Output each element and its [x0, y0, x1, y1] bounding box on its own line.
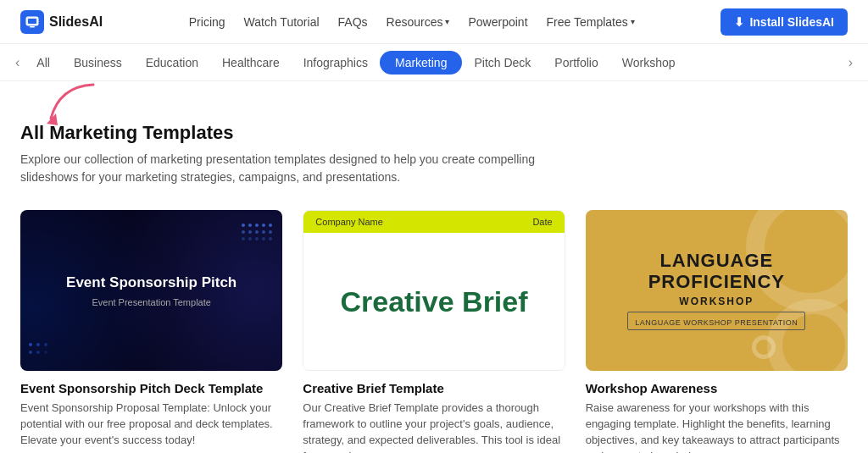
nav-watch-tutorial[interactable]: Watch Tutorial	[244, 15, 320, 29]
cat-item-marketing[interactable]: Marketing	[380, 51, 462, 75]
nav-faqs[interactable]: FAQs	[338, 15, 368, 29]
logo-text: SlidesAI	[49, 14, 103, 30]
cat-item-portfolio[interactable]: Portfolio	[542, 51, 609, 75]
arrow-area	[0, 81, 868, 130]
card-3-sub2: LANGUAGE WORKSHOP PRESENTATION	[627, 312, 805, 330]
page-description: Explore our collection of marketing pres…	[20, 151, 563, 186]
card-3-subtitle: WORKSHOP	[627, 296, 805, 307]
main-content: All Marketing Templates Explore our coll…	[0, 122, 868, 453]
card-creative-brief[interactable]: Company Name Date Creative Brief Creativ…	[303, 210, 565, 453]
header: SlidesAI Pricing Watch Tutorial FAQs Res…	[0, 0, 868, 44]
cards-grid: Event Sponsorship Pitch Event Presentati…	[20, 210, 848, 453]
card-3-title-line1: LANGUAGE	[659, 250, 773, 271]
cat-item-infographics[interactable]: Infographics	[292, 51, 380, 75]
cat-item-healthcare[interactable]: Healthcare	[210, 51, 292, 75]
card-1-desc: Event Sponsorship Proposal Template: Unl…	[20, 401, 282, 449]
card-2-title: Creative Brief Template	[303, 381, 565, 395]
download-icon: ⬇	[734, 15, 744, 29]
card-2-thumbnail: Company Name Date Creative Brief	[303, 210, 565, 371]
chevron-down-icon: ▾	[445, 17, 449, 26]
nav-resources[interactable]: Resources ▾	[387, 15, 450, 29]
card-2-thumb-body: Creative Brief	[303, 233, 564, 370]
cat-item-education[interactable]: Education	[134, 51, 210, 75]
card-3-title-line2: PROFICIENCY	[648, 271, 785, 292]
card-2-main-text: Creative Brief	[340, 287, 527, 316]
cat-item-workshop[interactable]: Workshop	[610, 51, 687, 75]
card-event-sponsorship[interactable]: Event Sponsorship Pitch Event Presentati…	[20, 210, 282, 453]
main-nav: Pricing Watch Tutorial FAQs Resources ▾ …	[189, 15, 635, 29]
nav-free-templates[interactable]: Free Templates ▾	[547, 15, 635, 29]
svg-rect-3	[30, 26, 35, 28]
card-3-title: Workshop Awareness	[586, 381, 848, 395]
category-list: All Business Education Healthcare Infogr…	[25, 51, 843, 75]
svg-rect-2	[28, 19, 36, 24]
install-button[interactable]: ⬇ Install SlidesAI	[721, 8, 848, 36]
card-1-title: Event Sponsorship Pitch Deck Template	[20, 381, 282, 395]
circle-small	[752, 335, 776, 359]
card-2-company-label: Company Name	[315, 217, 382, 227]
cat-nav-next[interactable]: ›	[843, 55, 858, 70]
nav-pricing[interactable]: Pricing	[189, 15, 225, 29]
card-2-thumb-header: Company Name Date	[303, 211, 564, 233]
cat-nav-prev[interactable]: ‹	[10, 55, 25, 70]
category-nav: ‹ All Business Education Healthcare Info…	[0, 44, 868, 81]
card-1-thumb-text: Event Sponsorship Pitch Event Presentati…	[66, 273, 236, 307]
cat-item-business[interactable]: Business	[62, 51, 134, 75]
card-3-thumbnail: LANGUAGE PROFICIENCY WORKSHOP LANGUAGE W…	[586, 210, 848, 371]
logo[interactable]: SlidesAI	[20, 10, 103, 34]
card-2-desc: Our Creative Brief Template provides a t…	[303, 401, 565, 453]
card-2-date-label: Date	[532, 217, 552, 227]
logo-icon	[20, 10, 44, 34]
dot-grid-left	[29, 343, 47, 354]
pink-arrow-icon	[42, 78, 119, 127]
card-3-thumb-text: LANGUAGE PROFICIENCY WORKSHOP LANGUAGE W…	[610, 251, 822, 329]
slides-icon	[25, 14, 40, 30]
card-workshop-awareness[interactable]: LANGUAGE PROFICIENCY WORKSHOP LANGUAGE W…	[586, 210, 848, 453]
cat-item-all[interactable]: All	[25, 51, 62, 75]
card-1-thumbnail: Event Sponsorship Pitch Event Presentati…	[20, 210, 282, 371]
cat-item-pitch-deck[interactable]: Pitch Deck	[462, 51, 542, 75]
nav-powerpoint[interactable]: Powerpoint	[468, 15, 527, 29]
card-3-desc: Raise awareness for your workshops with …	[586, 401, 848, 453]
chevron-down-icon-2: ▾	[631, 17, 635, 26]
